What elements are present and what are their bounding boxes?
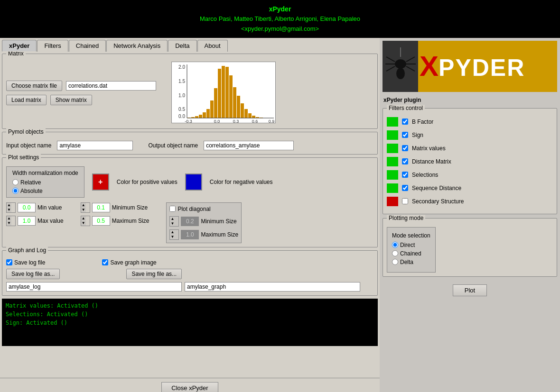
tab-chained[interactable]: Chained [69, 40, 106, 52]
diag-max-down[interactable]: ▼ [170, 235, 175, 239]
choose-matrix-btn[interactable]: Choose matrix file [6, 81, 62, 91]
plot-btn-area: Plot [383, 281, 557, 300]
save-log-btn[interactable]: Save log file as... [6, 269, 60, 279]
min-value-input[interactable] [18, 203, 36, 212]
distance-check[interactable] [402, 158, 408, 164]
plot-diagonal-check[interactable] [169, 206, 176, 212]
input-object-name[interactable] [57, 141, 133, 150]
bfactor-check[interactable] [402, 119, 408, 125]
max-size-up[interactable]: ▲ [81, 216, 86, 221]
bfactor-label: B Factor [412, 119, 433, 125]
max-value-up[interactable]: ▲ [7, 216, 11, 221]
direct-label: Direct [400, 242, 415, 248]
tab-network-analysis[interactable]: Network Analysis [106, 40, 168, 52]
tab-about[interactable]: About [197, 40, 228, 52]
svg-point-33 [396, 68, 405, 79]
diag-min-input[interactable] [181, 217, 199, 226]
diag-max-arrows[interactable]: ▲ ▼ [169, 229, 179, 240]
filter-row-sign: Sign [387, 130, 553, 140]
max-size-label: Maximum Size [112, 218, 149, 224]
save-log-label: Save log file [14, 259, 45, 266]
min-size-input[interactable] [92, 203, 110, 212]
svg-text:0.6: 0.6 [252, 119, 258, 123]
graph-log-group: Graph and Log Save log file Save graph i… [2, 250, 378, 296]
negative-color-btn[interactable] [185, 173, 202, 191]
plot-settings-group: Plot settings Width normalization mode R… [2, 157, 378, 247]
sign-label: Sign [412, 132, 423, 138]
max-value-arrows[interactable]: ▲ ▼ [6, 216, 16, 226]
console-line-3: Sign: Activated () [6, 319, 374, 327]
diag-min-down[interactable]: ▼ [170, 221, 175, 226]
matrix-filename-input[interactable] [66, 81, 156, 91]
positive-color-btn[interactable]: + [92, 173, 109, 191]
input-object-label: Input object name [6, 142, 51, 149]
secondary-check[interactable] [402, 198, 408, 204]
histogram-svg: 2.0 1.5 1.0 0.5 0.0 -0.3 0.0 0.3 0.6 0.9 [171, 62, 276, 123]
svg-rect-19 [222, 66, 225, 118]
svg-text:1.0: 1.0 [178, 93, 185, 98]
svg-line-39 [406, 66, 415, 71]
xpyder-logo-text: X PYDER [420, 52, 525, 81]
save-graph-check[interactable] [102, 259, 108, 265]
svg-rect-24 [241, 103, 244, 118]
plot-btn[interactable]: Plot [453, 284, 487, 296]
bfactor-color-box [387, 117, 398, 127]
color-neg-label: Color for negative values [210, 179, 273, 185]
min-size-arrows[interactable]: ▲ ▼ [81, 202, 90, 213]
app-title: xPyder [2, 4, 558, 14]
save-img-btn[interactable]: Save img file as... [126, 269, 182, 279]
delta-label: Delta [400, 259, 413, 265]
seqdist-label: Sequence Distance [412, 185, 461, 191]
matrix-group-title: Matrix [6, 52, 26, 57]
max-size-arrows[interactable]: ▲ ▼ [81, 216, 90, 226]
secondary-color-box [387, 197, 398, 206]
load-matrix-btn[interactable]: Load matrix [6, 95, 47, 105]
selections-check[interactable] [402, 172, 408, 178]
filter-row-selections: Selections [387, 170, 553, 180]
min-value-down[interactable]: ▼ [7, 208, 11, 212]
diag-min-label: Minimum Size [201, 218, 236, 225]
log-filename-input[interactable] [6, 282, 182, 292]
matrix-check[interactable] [402, 145, 408, 151]
seqdist-check[interactable] [402, 185, 408, 191]
diag-min-up[interactable]: ▲ [170, 217, 175, 221]
max-size-input[interactable] [92, 216, 110, 226]
min-value-arrows[interactable]: ▲ ▼ [6, 202, 16, 213]
console-line-2: Selections: Activated () [6, 310, 374, 319]
show-matrix-btn[interactable]: Show matrix [50, 95, 92, 105]
graph-filename-input[interactable] [185, 282, 360, 292]
output-object-name[interactable] [204, 141, 294, 150]
svg-rect-27 [252, 116, 255, 118]
right-panel: X PYDER xPyder plugin Filters control B … [380, 38, 560, 392]
chained-label: Chained [400, 250, 421, 257]
svg-text:1.5: 1.5 [178, 79, 185, 84]
min-size-down[interactable]: ▼ [81, 208, 86, 212]
tab-delta[interactable]: Delta [168, 40, 196, 52]
svg-text:0.5: 0.5 [178, 107, 185, 112]
svg-rect-17 [214, 88, 217, 118]
max-value-input[interactable] [18, 216, 36, 226]
min-value-up[interactable]: ▲ [7, 203, 11, 208]
sign-check[interactable] [402, 132, 408, 138]
diag-max-up[interactable]: ▲ [170, 230, 175, 235]
chained-radio[interactable] [392, 250, 398, 256]
close-xpyder-btn[interactable]: Close xPyder [161, 382, 218, 392]
svg-rect-12 [195, 116, 198, 118]
plotting-mode-group: Plotting mode Mode selection Direct Chai… [383, 218, 557, 277]
min-size-up[interactable]: ▲ [81, 203, 86, 208]
tab-filters[interactable]: Filters [37, 40, 68, 52]
filter-row-secondary: Secondary Structure [387, 197, 553, 206]
direct-radio[interactable] [392, 242, 398, 248]
app-header: xPyder Marco Pasi, Matteo Tiberti, Alber… [0, 0, 560, 38]
plotting-mode-title: Plotting mode [387, 215, 425, 221]
max-size-down[interactable]: ▼ [81, 221, 86, 226]
relative-radio[interactable] [12, 179, 19, 185]
max-value-down[interactable]: ▼ [7, 221, 11, 226]
diag-max-input[interactable] [181, 230, 199, 239]
delta-radio[interactable] [392, 259, 398, 265]
diag-min-arrows[interactable]: ▲ ▼ [169, 216, 179, 227]
relative-label: Relative [20, 179, 41, 186]
save-log-check[interactable] [6, 259, 12, 265]
tab-xpyder[interactable]: xPyder [2, 40, 37, 52]
absolute-radio[interactable] [12, 188, 19, 194]
